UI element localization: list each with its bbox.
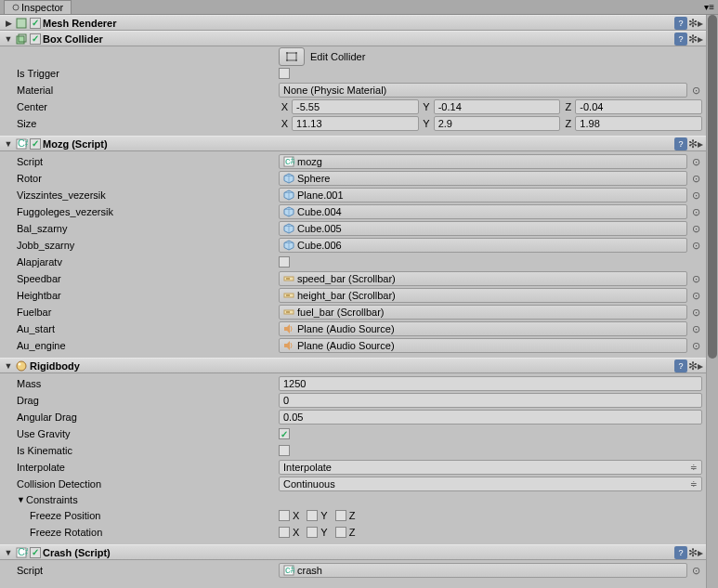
center-label: Center — [4, 101, 279, 112]
size-x-field[interactable]: 11.13 — [292, 116, 419, 131]
object-picker-icon[interactable]: ⊙ — [689, 322, 702, 335]
svg-rect-33 — [286, 311, 290, 313]
mozg-object-field[interactable]: speed_bar (Scrollbar) — [279, 271, 687, 286]
mozg-object-field[interactable]: c#mozg — [279, 154, 687, 169]
gear-icon[interactable]: ✻▸ — [689, 33, 702, 46]
size-y-field[interactable]: 2.9 — [434, 116, 561, 131]
material-field[interactable]: None (Physic Material) — [279, 83, 687, 98]
is-kinematic-checkbox[interactable] — [279, 445, 290, 456]
mesh-renderer-enable[interactable] — [30, 18, 41, 29]
object-picker-icon[interactable]: ⊙ — [689, 222, 702, 235]
angular-drag-field[interactable]: 0.05 — [279, 410, 702, 425]
foldout-icon[interactable]: ▼ — [4, 361, 13, 371]
gear-icon[interactable]: ✻▸ — [689, 359, 702, 372]
freeze-rot-z[interactable] — [335, 527, 346, 538]
mozg-row-label: Speedbar — [4, 273, 279, 284]
object-picker-icon[interactable]: ⊙ — [689, 339, 702, 352]
collision-dropdown[interactable]: Continuous — [279, 477, 702, 491]
object-picker-icon[interactable]: ⊙ — [689, 172, 702, 185]
mozg-row-label: Au_engine — [4, 340, 279, 351]
is-kinematic-label: Is Kinematic — [4, 445, 279, 456]
object-picker-icon[interactable]: ⊙ — [689, 189, 702, 202]
foldout-icon[interactable]: ▼ — [4, 139, 13, 149]
mozg-object-field[interactable]: fuel_bar (Scrollbar) — [279, 305, 687, 320]
size-z-field[interactable]: 1.98 — [575, 116, 702, 131]
object-picker-icon[interactable]: ⊙ — [689, 306, 702, 319]
drag-field[interactable]: 0 — [279, 393, 702, 408]
crash-script-field[interactable]: c# crash — [279, 563, 687, 578]
freeze-position-label: Freeze Position — [4, 510, 279, 521]
material-label: Material — [4, 85, 279, 96]
cube-mini-icon — [283, 206, 294, 217]
mozg-row-label: Au_start — [4, 323, 279, 334]
edit-collider-button[interactable] — [279, 47, 305, 66]
gear-icon[interactable]: ✻▸ — [689, 17, 702, 30]
svg-marker-35 — [284, 341, 290, 350]
box-collider-enable[interactable] — [30, 33, 41, 45]
freeze-rot-x[interactable] — [279, 527, 290, 538]
freeze-pos-y[interactable] — [307, 510, 318, 521]
help-icon[interactable]: ? — [674, 17, 687, 30]
help-icon[interactable]: ? — [674, 546, 687, 559]
freeze-pos-z[interactable] — [335, 510, 346, 521]
mozg-object-field[interactable]: Plane (Audio Source) — [279, 321, 687, 336]
script-icon: C# — [15, 137, 28, 150]
mozg-header[interactable]: ▼ C# Mozg (Script) ? ✻▸ — [0, 136, 706, 151]
box-collider-title: Box Collider — [43, 33, 672, 45]
mozg-object-field[interactable]: Cube.004 — [279, 204, 687, 219]
vertical-scrollbar[interactable] — [706, 15, 718, 588]
crash-enable[interactable] — [30, 547, 41, 558]
freeze-rot-y[interactable] — [307, 527, 318, 538]
help-icon[interactable]: ? — [674, 359, 687, 372]
foldout-icon[interactable]: ▼ — [4, 34, 13, 44]
help-icon[interactable]: ? — [674, 33, 687, 46]
constraints-foldout[interactable]: ▼Constraints — [4, 492, 702, 507]
svg-rect-31 — [286, 294, 290, 296]
object-picker-icon[interactable]: ⊙ — [689, 205, 702, 218]
center-y-field[interactable]: -0.14 — [434, 99, 561, 114]
svg-text:c#: c# — [285, 565, 294, 575]
object-picker-icon[interactable]: ⊙ — [689, 289, 702, 302]
scroll-mini-icon — [283, 290, 294, 301]
freeze-pos-x[interactable] — [279, 510, 290, 521]
rigidbody-header[interactable]: ▼ Rigidbody ? ✻▸ — [0, 358, 706, 373]
box-collider-header[interactable]: ▼ Box Collider ? ✻▸ — [0, 31, 706, 46]
use-gravity-checkbox[interactable] — [279, 428, 290, 439]
cube-mini-icon — [283, 189, 294, 201]
object-picker-icon[interactable]: ⊙ — [689, 272, 702, 285]
mesh-renderer-header[interactable]: ▶ Mesh Renderer ? ✻▸ — [0, 15, 706, 31]
mozg-object-field[interactable]: Plane.001 — [279, 188, 687, 203]
foldout-icon[interactable]: ▶ — [4, 19, 13, 28]
object-picker-icon[interactable]: ⊙ — [689, 155, 702, 168]
mozg-enable[interactable] — [30, 138, 41, 150]
svg-marker-34 — [284, 324, 290, 333]
object-picker-icon[interactable]: ⊙ — [689, 84, 702, 97]
panel-menu[interactable]: ▾≡ — [704, 2, 714, 12]
scrollbar-thumb[interactable] — [708, 15, 717, 359]
mozg-object-field[interactable]: Plane (Audio Source) — [279, 338, 687, 353]
object-picker-icon[interactable]: ⊙ — [689, 564, 702, 577]
object-picker-icon[interactable]: ⊙ — [689, 239, 702, 252]
script-mini-icon: c# — [283, 565, 294, 576]
inspector-tab[interactable]: Inspector — [4, 0, 72, 14]
rigidbody-icon — [15, 359, 28, 372]
center-x-field[interactable]: -5.55 — [292, 99, 419, 114]
interpolate-dropdown[interactable]: Interpolate — [279, 460, 702, 475]
mass-field[interactable]: 1250 — [279, 376, 702, 391]
mozg-row-label: Jobb_szarny — [4, 240, 279, 251]
mozg-object-field[interactable]: Sphere — [279, 171, 687, 186]
cs-mini-icon: c# — [283, 156, 294, 167]
mozg-object-field[interactable]: Cube.005 — [279, 221, 687, 236]
mozg-object-field[interactable]: height_bar (Scrollbar) — [279, 288, 687, 303]
help-icon[interactable]: ? — [674, 137, 687, 150]
gear-icon[interactable]: ✻▸ — [689, 137, 702, 150]
center-z-field[interactable]: -0.04 — [575, 99, 702, 114]
mozg-checkbox[interactable] — [279, 256, 290, 268]
gear-icon[interactable]: ✻▸ — [689, 546, 702, 559]
crash-header[interactable]: ▼ C# Crash (Script) ? ✻▸ — [0, 544, 706, 560]
svg-text:C#: C# — [18, 137, 28, 149]
foldout-icon[interactable]: ▼ — [4, 548, 13, 557]
mozg-object-field[interactable]: Cube.006 — [279, 238, 687, 253]
is-trigger-checkbox[interactable] — [279, 68, 290, 79]
drag-label: Drag — [4, 395, 279, 406]
